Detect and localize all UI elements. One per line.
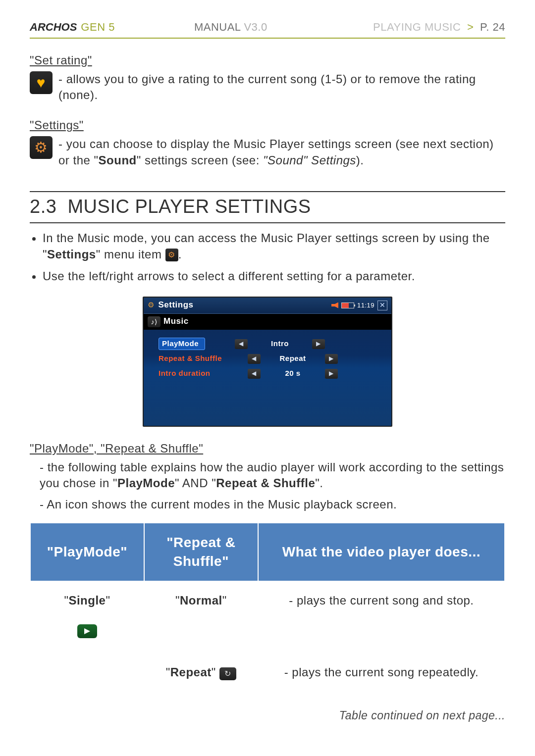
playmode-heading: "PlayMode", "Repeat & Shuffle" [30, 441, 505, 456]
param-row-playmode[interactable]: PlayMode ◀ Intro ▶ [159, 337, 386, 352]
shot-title: Settings [159, 300, 194, 311]
th-what: What the video player does... [258, 523, 505, 581]
manual-label: MANUAL V3.0 [194, 20, 268, 35]
section-rule-top [30, 191, 505, 192]
playmode-line1: - the following table explains how the a… [40, 459, 505, 492]
cell-desc: - plays the current song and stop. [258, 581, 505, 654]
crumb-page: P. 24 [480, 21, 505, 33]
section-bullets: In the Music mode, you can access the Mu… [30, 230, 505, 284]
chevron-right-icon: > [467, 21, 474, 33]
section-number: 2.3 [30, 196, 56, 217]
table-row: "Repeat" ↻ - plays the current song repe… [30, 654, 505, 691]
heart-icon: ♥ [30, 71, 53, 94]
gear-icon: ⚙ [165, 249, 178, 261]
arrow-left-icon[interactable]: ◀ [248, 354, 261, 364]
page-header: ARCHOS GEN 5 MANUAL V3.0 PLAYING MUSIC >… [30, 20, 505, 39]
playmode-line2: - An icon shows the current modes in the… [40, 497, 505, 512]
param-name: Intro duration [159, 368, 243, 378]
manual-version: V3.0 [244, 21, 267, 33]
shot-titlebar: ⚙ Settings 11:19 ✕ [144, 298, 391, 314]
pm1d: Repeat & Shuffle [216, 476, 315, 490]
param-value: Intro [253, 339, 307, 349]
close-icon[interactable]: ✕ [377, 301, 387, 310]
pm-val: Single [68, 594, 106, 607]
bullet-1: In the Music mode, you can access the Mu… [43, 230, 505, 262]
pm2: An icon shows the current modes in the M… [47, 498, 397, 511]
param-row-repeat[interactable]: Repeat & Shuffle ◀ Repeat ▶ [159, 352, 386, 366]
settings-tail: ). [356, 153, 364, 167]
pm1b: PlayMode [117, 476, 175, 490]
shot-status-area: 11:19 ✕ [331, 301, 387, 310]
music-note-icon: ♪⟩ [148, 316, 160, 327]
battery-icon [341, 302, 354, 308]
param-value: 20 s [266, 368, 320, 378]
playmode-desc: - the following table explains how the a… [30, 459, 505, 512]
b1c: " menu item [96, 248, 165, 261]
set-rating-text: - allows you to give a rating to the cur… [58, 71, 505, 103]
cell-repeat: "Normal" [144, 581, 258, 654]
param-row-intro[interactable]: Intro duration ◀ 20 s ▶ [159, 366, 386, 381]
breadcrumb: PLAYING MUSIC > P. 24 [373, 20, 505, 35]
table-continued: Table continued on next page... [30, 708, 505, 723]
cell-repeat: "Repeat" ↻ [144, 654, 258, 691]
crumb-section: PLAYING MUSIC [373, 21, 461, 33]
pm1c: " AND " [175, 476, 216, 490]
th-repeat: "Repeat & Shuffle" [144, 523, 258, 581]
param-name: PlayMode [159, 338, 205, 350]
arrow-right-icon[interactable]: ▶ [325, 369, 338, 379]
table-row: "Single" "Normal" - plays the current so… [30, 581, 505, 654]
settings-text: - you can choose to display the Music Pl… [58, 136, 505, 168]
arrow-right-icon[interactable]: ▶ [325, 354, 338, 364]
settings-heading: "Settings" [30, 117, 505, 133]
repeat-icon: ↻ [219, 667, 236, 680]
shot-time: 11:19 [357, 301, 374, 310]
gear-icon: ⚙ [30, 136, 53, 159]
rs-val: Repeat [170, 665, 212, 679]
brand-gen: GEN 5 [81, 20, 115, 35]
cell-desc: - plays the current song repeatedly. [258, 654, 505, 691]
volume-icon [331, 302, 338, 308]
arrow-left-icon[interactable]: ◀ [248, 369, 261, 379]
param-name: Repeat & Shuffle [159, 353, 243, 363]
settings-italic: "Sound" Settings [263, 153, 356, 167]
set-rating-row: ♥ - allows you to give a rating to the c… [30, 71, 505, 103]
gear-icon: ⚙ [148, 300, 155, 310]
shot-breadcrumb: ♪⟩ Music [144, 314, 391, 330]
arrow-right-icon[interactable]: ▶ [312, 339, 325, 349]
bullet-2: Use the left/right arrows to select a di… [43, 268, 505, 284]
section-title: 2.3 MUSIC PLAYER SETTINGS [30, 194, 505, 223]
pm1e: ". [315, 476, 323, 490]
b1b: Settings [47, 248, 96, 261]
b1d: . [178, 248, 182, 261]
rs-val: Normal [180, 594, 222, 607]
set-rating-heading: "Set rating" [30, 52, 505, 68]
manual-word: MANUAL [194, 21, 241, 33]
section-name: MUSIC PLAYER SETTINGS [67, 196, 311, 217]
set-rating-desc: allows you to give a rating to the curre… [58, 72, 476, 101]
modes-table: "PlayMode" "Repeat & Shuffle" What the v… [30, 522, 505, 691]
arrow-left-icon[interactable]: ◀ [235, 339, 248, 349]
shot-params: PlayMode ◀ Intro ▶ Repeat & Shuffle ◀ Re… [144, 330, 391, 426]
music-settings-screenshot: ⚙ Settings 11:19 ✕ ♪⟩ Music PlayMode ◀ I… [143, 297, 392, 427]
settings-row: ⚙ - you can choose to display the Music … [30, 136, 505, 168]
param-value: Repeat [266, 353, 320, 363]
cell-playmode: "Single" [30, 581, 144, 654]
brand-logo: ARCHOS [30, 20, 77, 35]
settings-mid: " settings screen (see: [137, 153, 263, 167]
th-playmode: "PlayMode" [30, 523, 144, 581]
settings-bold: Sound [99, 153, 137, 167]
play-single-icon [77, 624, 97, 638]
shot-breadcrumb-text: Music [163, 316, 189, 327]
